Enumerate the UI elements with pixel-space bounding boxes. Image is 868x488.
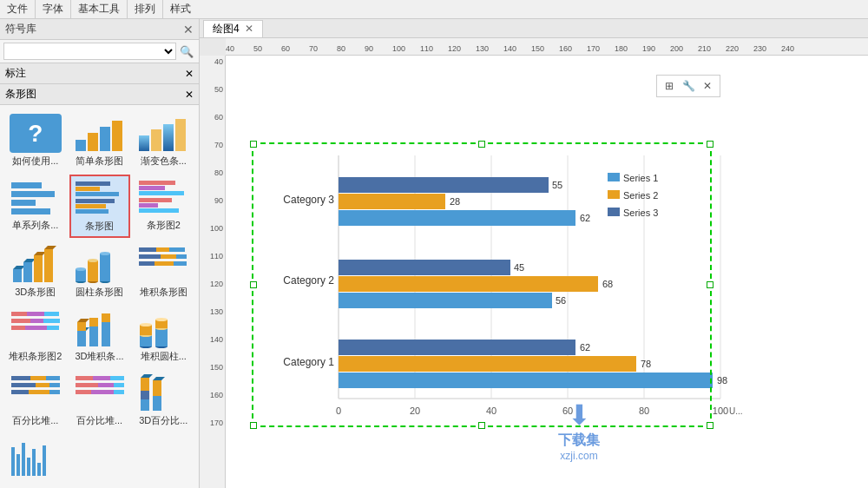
chart-container: 40 50 60 70 80 90 100 110 120 130 140 15… — [200, 38, 868, 488]
handle-ml[interactable] — [250, 281, 257, 288]
chart-item-simple[interactable]: 简单条形图 — [69, 110, 130, 171]
chart-item-3d-percent[interactable]: 3D百分比... — [134, 370, 194, 431]
svg-rect-100 — [153, 380, 161, 396]
svg-text:62: 62 — [580, 213, 590, 223]
handle-tl[interactable] — [250, 141, 257, 148]
svg-text:98: 98 — [717, 375, 727, 386]
chart-close-icon[interactable]: ✕ — [699, 77, 716, 95]
bar-chart-svg: 0 20 40 60 80 100 U... 55 28 62 — [260, 147, 746, 433]
toolbar-font[interactable]: 字体 — [36, 0, 71, 18]
symbol-library-title: 符号库 — [5, 22, 36, 36]
chart-item-single-series[interactable]: 单系列条... — [5, 175, 66, 237]
svg-marker-25 — [13, 266, 25, 269]
handle-bl[interactable] — [250, 422, 257, 429]
svg-rect-81 — [36, 383, 49, 387]
svg-rect-50 — [11, 312, 27, 316]
chart-item-stacked-cylinder[interactable]: 堆积圆柱... — [134, 306, 194, 366]
toolbar-basic[interactable]: 基本工具 — [71, 0, 128, 18]
svg-text:U...: U... — [729, 406, 743, 416]
svg-rect-5 — [151, 129, 161, 151]
svg-text:62: 62 — [580, 342, 590, 353]
svg-rect-104 — [22, 443, 25, 476]
chart-item-stacked2[interactable]: 堆积条形图2 — [5, 306, 66, 366]
svg-text:28: 28 — [450, 196, 460, 207]
svg-rect-73 — [155, 328, 168, 346]
label-section-close[interactable]: ✕ — [185, 68, 194, 80]
svg-rect-2 — [100, 127, 110, 151]
barchart-section-close[interactable]: ✕ — [185, 89, 194, 101]
svg-rect-21 — [139, 198, 172, 202]
svg-rect-150 — [608, 208, 620, 216]
svg-rect-58 — [47, 326, 59, 330]
chart-item-3d-bar[interactable]: 3D条形图 — [5, 241, 66, 302]
tab-drawing4[interactable]: 绘图4 ✕ — [203, 20, 263, 37]
chart-item-how-to-label: 如何使用... — [9, 155, 62, 168]
svg-text:Series 2: Series 2 — [623, 190, 658, 201]
svg-rect-33 — [76, 269, 86, 281]
svg-rect-46 — [176, 254, 187, 259]
svg-rect-52 — [44, 312, 59, 316]
svg-rect-93 — [91, 390, 114, 394]
svg-text:Category 3: Category 3 — [283, 194, 334, 206]
toolbar-style[interactable]: 样式 — [163, 0, 198, 18]
svg-text:78: 78 — [641, 359, 651, 369]
svg-rect-87 — [93, 376, 110, 380]
svg-rect-92 — [76, 390, 91, 394]
svg-rect-45 — [161, 254, 176, 259]
svg-rect-23 — [139, 208, 179, 213]
chart-toolbar: ⊞ 🔧 ✕ — [656, 75, 720, 97]
search-button[interactable]: 🔍 — [178, 43, 195, 60]
chart-item-cylinder[interactable]: 圆柱条形图 — [69, 241, 130, 302]
chart-item-bar-selected[interactable]: 条形图 — [69, 175, 130, 237]
svg-rect-108 — [43, 445, 46, 476]
svg-rect-139 — [339, 340, 575, 355]
chart-item-percent2[interactable]: 百分比堆... — [69, 370, 130, 431]
svg-rect-6 — [163, 124, 174, 151]
chart-item-more1[interactable] — [5, 435, 66, 483]
tab-drawing4-close[interactable]: ✕ — [245, 23, 253, 35]
toolbar-arrange[interactable]: 排列 — [128, 0, 163, 18]
symbol-search-select[interactable] — [3, 43, 176, 60]
svg-rect-51 — [27, 312, 44, 316]
right-content: 绘图4 ✕ 40 50 60 70 80 90 100 110 120 — [200, 19, 868, 488]
svg-rect-127 — [339, 194, 445, 209]
svg-rect-148 — [608, 190, 620, 199]
chart-item-3d-stacked[interactable]: 3D堆积条... — [69, 306, 130, 366]
svg-rect-42 — [156, 247, 169, 252]
svg-rect-63 — [89, 326, 98, 346]
svg-rect-10 — [11, 200, 36, 206]
svg-rect-80 — [11, 383, 36, 387]
svg-rect-86 — [76, 376, 93, 380]
svg-rect-3 — [112, 121, 122, 151]
chart-item-stacked[interactable]: 堆积条形图 — [134, 241, 194, 302]
svg-rect-59 — [77, 331, 86, 346]
svg-rect-91 — [114, 383, 124, 387]
chart-item-stacked-label: 堆积条形图 — [137, 286, 191, 299]
svg-text:Category 1: Category 1 — [283, 356, 334, 368]
svg-text:Category 2: Category 2 — [283, 274, 334, 287]
chart-item-percent[interactable]: 百分比堆... — [5, 370, 66, 431]
svg-text:100: 100 — [713, 406, 728, 416]
svg-rect-85 — [49, 390, 60, 394]
svg-rect-17 — [76, 209, 108, 214]
svg-rect-61 — [77, 322, 86, 331]
chart-item-bar2[interactable]: 条形图2 — [134, 175, 194, 237]
symbol-library-close[interactable]: ✕ — [183, 23, 194, 36]
svg-rect-65 — [102, 322, 110, 346]
svg-rect-48 — [155, 261, 174, 266]
svg-point-40 — [100, 252, 110, 255]
table-icon[interactable]: ⊞ — [661, 77, 678, 95]
svg-rect-125 — [339, 177, 549, 193]
chart-item-gradient-label: 渐变色条... — [137, 155, 191, 168]
svg-rect-55 — [43, 319, 60, 323]
svg-rect-44 — [139, 254, 161, 259]
wrench-icon[interactable]: 🔧 — [680, 77, 697, 95]
svg-rect-53 — [11, 319, 30, 323]
chart-item-gradient[interactable]: 渐变色条... — [134, 110, 194, 171]
label-section-header: 标注 ✕ — [0, 63, 199, 84]
svg-point-76 — [155, 318, 168, 321]
svg-text:80: 80 — [639, 406, 649, 416]
chart-item-how-to[interactable]: ? 如何使用... — [5, 110, 66, 171]
svg-rect-141 — [339, 356, 636, 372]
toolbar-file[interactable]: 文件 — [0, 0, 36, 18]
